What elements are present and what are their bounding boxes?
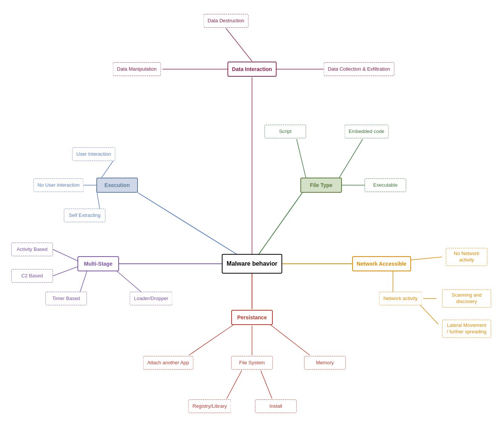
svg-line-10 — [338, 139, 363, 179]
scanning-discovery-node: Scanning and discovery — [442, 289, 491, 308]
svg-line-27 — [261, 370, 272, 399]
svg-line-13 — [53, 249, 77, 261]
self-extracting-node: Self Extracting — [64, 209, 105, 222]
script-node: Script — [264, 125, 306, 138]
svg-line-9 — [297, 139, 306, 178]
center-node: Malware behavior — [222, 254, 282, 274]
no-user-interaction-node: No User interaction — [33, 178, 83, 192]
data-destruction-node: Data Destruction — [204, 14, 249, 28]
attach-app-node: Attach another App — [143, 356, 193, 370]
data-interaction-node: Data Interaction — [227, 62, 277, 77]
svg-line-1 — [226, 28, 252, 61]
embedded-code-node: Embedded code — [345, 125, 389, 138]
multi-stage-node: Multi-Stage — [77, 256, 119, 271]
user-interaction-node: User Interaction — [72, 147, 115, 161]
registry-library-node: Registry/Library — [188, 399, 231, 413]
loader-dropper-node: Loader/Dropper — [130, 292, 172, 305]
svg-line-25 — [270, 324, 310, 355]
lateral-movement-node: Lateral Movement / further spreading — [442, 320, 491, 338]
svg-line-23 — [189, 324, 234, 355]
execution-node: Execution — [96, 178, 138, 193]
no-network-activity-node: No Network activity — [446, 248, 487, 266]
svg-line-16 — [117, 271, 144, 294]
c2-based-node: C2 Based — [11, 269, 53, 283]
network-accessible-node: Network Accessible — [352, 256, 411, 271]
activity-based-node: Activity Based — [11, 243, 53, 256]
timer-based-node: Timer Based — [45, 292, 87, 305]
network-activity-node: Network activity — [379, 292, 422, 305]
svg-line-26 — [227, 370, 242, 399]
executable-node: Executable — [365, 178, 406, 192]
file-system-node: File System — [231, 356, 273, 370]
file-type-node: File Type — [300, 178, 342, 193]
memory-node: Memory — [304, 356, 346, 370]
mind-map-canvas: Malware behavior Data Interaction Data D… — [0, 0, 504, 441]
svg-line-21 — [419, 304, 438, 324]
svg-line-15 — [79, 271, 87, 294]
svg-line-14 — [53, 267, 77, 276]
data-manipulation-node: Data Manipulation — [113, 62, 161, 76]
install-node: Install — [255, 399, 297, 413]
persistance-node: Persistance — [231, 310, 273, 325]
svg-line-4 — [138, 193, 252, 264]
svg-line-8 — [252, 193, 302, 264]
data-collection-node: Data Collection & Exfiltration — [324, 62, 394, 76]
